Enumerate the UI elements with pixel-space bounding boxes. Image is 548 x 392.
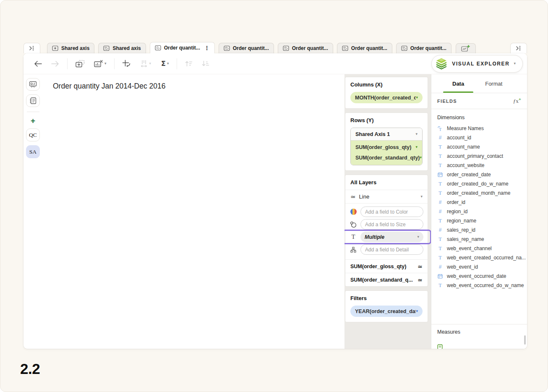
field-item[interactable]: Tweb_event_channel bbox=[431, 244, 527, 253]
layer-sum-order-gloss-qty[interactable]: SUM(order_gloss_qty) ≃ bbox=[345, 259, 428, 273]
panel-toggle-icon bbox=[29, 45, 35, 51]
filters-shelf: Filters YEAR(order_created_date) ▾ bbox=[345, 291, 428, 322]
swap-axes-button[interactable] bbox=[120, 58, 133, 69]
scrollbar-thumb[interactable] bbox=[524, 335, 526, 345]
field-item[interactable]: Taccount_website bbox=[431, 161, 527, 170]
panel-toggle-icon bbox=[515, 45, 522, 51]
visual-explorer-logo-icon bbox=[435, 57, 448, 70]
field-item[interactable]: TMeasure Names bbox=[431, 124, 527, 133]
number-field-icon: # bbox=[439, 264, 442, 270]
add-workspace-button[interactable]: + bbox=[31, 117, 35, 125]
field-item[interactable]: Tweb_event_occurred_do_w_name bbox=[431, 281, 527, 290]
sheet-chart-icon bbox=[401, 45, 407, 51]
remove-viz-button[interactable]: ▾ bbox=[92, 58, 108, 69]
field-item[interactable]: Torder_created_do_w_name bbox=[431, 179, 527, 188]
chevron-down-icon[interactable]: ▾ bbox=[420, 156, 422, 159]
color-shelf-placeholder[interactable]: Add a field to Color bbox=[360, 206, 423, 217]
field-item[interactable]: Tregion_name bbox=[431, 216, 527, 225]
color-shelf[interactable]: Add a field to Color bbox=[349, 206, 423, 217]
rows-pill-sum-order-gloss-qty[interactable]: SUM(order_gloss_qty) ▾ bbox=[351, 142, 422, 152]
measure-field-icon bbox=[437, 344, 443, 349]
text-shelf-value-dropdown[interactable]: Multiple ▾ bbox=[360, 232, 423, 242]
notebook-icon bbox=[29, 97, 37, 105]
text-shelf-value: Multiple bbox=[365, 234, 384, 240]
field-item[interactable]: Torder_created_month_name bbox=[431, 188, 527, 198]
chart-canvas: Order quantity Jan 2014-Dec 2016 bbox=[42, 74, 344, 349]
text-field-icon: T bbox=[438, 218, 442, 224]
sidebar-divider bbox=[27, 112, 39, 112]
field-item[interactable]: web_event_occurred_date bbox=[431, 272, 527, 281]
chevron-down-icon: ▾ bbox=[149, 62, 151, 65]
workspace-button-sa[interactable]: SA bbox=[26, 145, 40, 158]
shared-axis-header[interactable]: Shared Axis 1 ▾ bbox=[351, 128, 422, 141]
undo-button[interactable] bbox=[32, 59, 44, 68]
sort-ascending-button bbox=[183, 59, 195, 68]
chevron-down-icon[interactable]: ▾ bbox=[415, 145, 418, 149]
chevron-down-icon[interactable]: ▾ bbox=[416, 309, 418, 313]
detail-shelf-placeholder[interactable]: Add a field to Detail bbox=[360, 244, 423, 255]
tab-order-quantit[interactable]: Order quantit... bbox=[337, 43, 392, 53]
presentation-button[interactable] bbox=[26, 78, 40, 91]
field-item[interactable]: Tsales_rep_name bbox=[431, 235, 527, 244]
sheet-chart-icon bbox=[342, 45, 348, 51]
rows-pill-sum-order-standard-qty[interactable]: SUM(order_standard_qty) ▾ bbox=[351, 152, 422, 163]
new-sheet-button[interactable] bbox=[456, 43, 476, 53]
text-field-icon: T bbox=[438, 255, 442, 261]
tab-shared-axis[interactable]: Shared axis bbox=[47, 43, 94, 53]
collapse-tab-strip-left-button[interactable] bbox=[23, 43, 40, 53]
number-field-icon: # bbox=[439, 199, 442, 205]
detail-shelf[interactable]: Add a field to Detail bbox=[349, 244, 423, 255]
chevron-down-icon: ▾ bbox=[167, 62, 169, 65]
field-item[interactable]: Tweb_event_created_occurred_na... bbox=[431, 253, 527, 262]
tab-menu-icon[interactable]: ⋮ bbox=[204, 45, 210, 51]
shared-axis-group: Shared Axis 1 ▾ SUM(order_gloss_qty) ▾ S… bbox=[350, 128, 423, 165]
chevron-down-icon[interactable]: ▾ bbox=[417, 235, 419, 239]
mark-type-dropdown[interactable]: ≃ Line ▾ bbox=[345, 190, 428, 204]
toolbar: ▾ ▾ Σ ▾ bbox=[23, 53, 527, 74]
tab-order-quantit[interactable]: Order quantit... bbox=[396, 43, 451, 53]
field-item[interactable]: #web_event_id bbox=[431, 262, 527, 272]
field-item[interactable]: Taccount_primary_contact bbox=[431, 152, 527, 161]
aggregation-button[interactable]: Σ ▾ bbox=[159, 58, 170, 69]
tab-format[interactable]: Format bbox=[485, 74, 502, 93]
collapse-tab-strip-right-button[interactable] bbox=[510, 43, 527, 53]
chevron-down-icon[interactable]: ▾ bbox=[416, 96, 418, 99]
chevron-down-icon[interactable]: ▾ bbox=[415, 132, 418, 136]
tab-order-quantit[interactable]: Order quantit...⋮ bbox=[150, 42, 215, 53]
redo-button bbox=[50, 59, 61, 68]
app-window: ▾ ▾ Σ ▾ bbox=[23, 53, 527, 349]
duplicate-viz-button[interactable] bbox=[73, 58, 87, 69]
filter-pill-year-order-created-date[interactable]: YEAR(order_created_date) ▾ bbox=[350, 306, 423, 317]
columns-pill-month-order-created-date[interactable]: MONTH(order_created_d... ▾ bbox=[350, 92, 423, 103]
size-shelf-placeholder[interactable]: Add a field to Size bbox=[360, 219, 423, 230]
field-item[interactable]: #order_id bbox=[431, 198, 527, 207]
field-item[interactable]: #account_id bbox=[431, 133, 527, 142]
dimensions-label: Dimensions bbox=[437, 115, 527, 120]
svg-text:T: T bbox=[439, 127, 441, 131]
add-calculated-field-button[interactable]: ƒx+ bbox=[513, 98, 521, 105]
tab-shared-axis[interactable]: Shared axis bbox=[98, 43, 146, 53]
field-item[interactable]: #region_id bbox=[431, 207, 527, 216]
field-item[interactable]: #sales_rep_id bbox=[431, 225, 527, 235]
visual-explorer-badge[interactable]: VISUAL EXPLORER ▾ bbox=[431, 55, 523, 73]
size-shelf[interactable]: Add a field to Size bbox=[349, 219, 423, 230]
tab-order-quantit[interactable]: Order quantit... bbox=[278, 43, 333, 53]
tab-order-quantit[interactable]: Order quantit... bbox=[219, 43, 274, 53]
notebook-button[interactable] bbox=[26, 94, 40, 107]
field-item[interactable]: order_created_date bbox=[431, 170, 527, 179]
line-chart[interactable] bbox=[42, 93, 344, 349]
chevron-down-icon[interactable]: ▾ bbox=[420, 195, 423, 199]
text-shelf[interactable]: T Multiple ▾ bbox=[349, 232, 423, 242]
tab-data[interactable]: Data bbox=[452, 74, 464, 93]
data-panel: DataFormat FIELDS ƒx+ Dimensions TMeasur… bbox=[431, 74, 527, 349]
fields-header: FIELDS ƒx+ bbox=[431, 93, 527, 109]
bar-width-button: ▾ bbox=[138, 58, 153, 69]
field-item[interactable]: Taccount_name bbox=[431, 142, 527, 152]
text-field-icon: T bbox=[438, 246, 442, 252]
all-layers-card: All Layers ≃ Line ▾ Add a field to Color bbox=[345, 175, 428, 286]
line-mark-icon: ≃ bbox=[418, 264, 423, 269]
figure-label: 2.2 bbox=[20, 361, 40, 377]
workspace-button-qc[interactable]: QC bbox=[26, 128, 40, 141]
layer-sum-order-standard-qty[interactable]: SUM(order_standard_q... ≃ bbox=[345, 273, 428, 286]
sort-ascending-icon bbox=[185, 60, 193, 67]
